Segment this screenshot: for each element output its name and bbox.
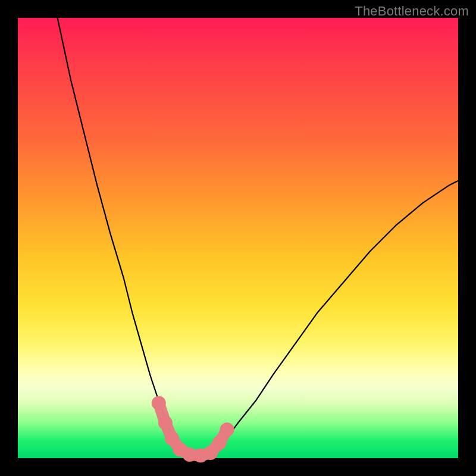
bottleneck-curve <box>58 18 458 456</box>
valley-marker-dot <box>152 396 166 411</box>
valley-markers <box>152 396 234 463</box>
plot-area <box>18 18 458 458</box>
valley-marker-dot <box>158 416 173 430</box>
valley-marker-dot <box>220 422 234 437</box>
chart-frame: TheBottleneck.com <box>0 0 476 476</box>
valley-marker-dot <box>212 436 227 450</box>
chart-svg <box>18 18 458 458</box>
curve-lines <box>58 18 458 456</box>
watermark-text: TheBottleneck.com <box>355 4 469 19</box>
